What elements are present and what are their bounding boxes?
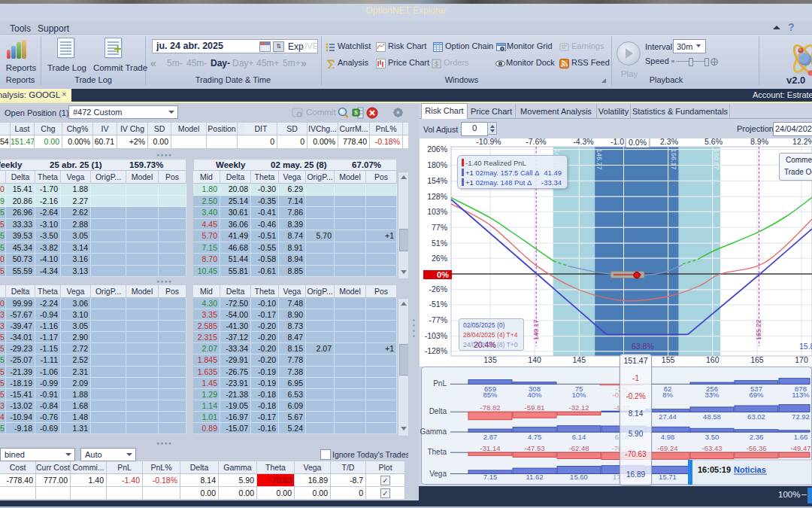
svg-text:-78.82: -78.82 — [480, 403, 501, 412]
svg-text:77%: 77% — [432, 223, 447, 232]
svg-text:2.87: 2.87 — [483, 433, 498, 441]
svg-text:-47.53: -47.53 — [525, 444, 545, 452]
svg-text:135: 135 — [483, 355, 497, 364]
svg-text:5.6%: 5.6% — [704, 138, 723, 146]
svg-text:145: 145 — [573, 355, 586, 364]
svg-text:48.58: 48.58 — [703, 412, 721, 421]
svg-text:-26%: -26% — [429, 284, 447, 294]
svg-text:154%: 154% — [427, 176, 447, 185]
svg-text:15.8%: 15.8% — [799, 342, 812, 351]
svg-text:-51%: -51% — [429, 300, 447, 309]
svg-text:12.2%: 12.2% — [792, 138, 812, 146]
svg-text:-49.47: -49.47 — [791, 444, 811, 452]
svg-text:-32.12: -32.12 — [569, 403, 589, 412]
svg-text:165.22: 165.22 — [755, 319, 762, 340]
svg-text:27.44: 27.44 — [659, 412, 677, 421]
svg-text:146.77: 146.77 — [595, 149, 603, 170]
svg-text:6.14: 6.14 — [572, 433, 586, 441]
svg-text:160: 160 — [706, 355, 720, 364]
svg-text:11.62: 11.62 — [526, 473, 543, 481]
svg-text:156.17: 156.17 — [670, 149, 677, 170]
svg-text:-31.14: -31.14 — [480, 444, 501, 452]
svg-text:-10.9%: -10.9% — [476, 138, 501, 146]
svg-text:Theta: Theta — [427, 448, 447, 456]
svg-text:15.71: 15.71 — [659, 473, 677, 481]
svg-text:2.3%: 2.3% — [660, 138, 678, 146]
svg-text:155: 155 — [662, 355, 675, 364]
svg-text:-7.6%: -7.6% — [526, 138, 546, 146]
svg-text:PnL: PnL — [433, 379, 447, 388]
svg-text:$: $ — [354, 109, 358, 116]
svg-text:113%: 113% — [792, 391, 810, 399]
svg-text:10%: 10% — [571, 391, 586, 399]
svg-text:Vega: Vega — [429, 470, 447, 478]
svg-text:4.98: 4.98 — [661, 433, 675, 441]
svg-text:-128%: -128% — [425, 346, 447, 355]
svg-text:26%: 26% — [432, 254, 447, 263]
svg-text:Noticias: Noticias — [734, 465, 766, 474]
svg-text:-77%: -77% — [429, 315, 447, 324]
svg-text:0.0%: 0.0% — [629, 138, 647, 147]
svg-text:8%: 8% — [662, 391, 673, 399]
svg-text:4.75: 4.75 — [528, 433, 542, 441]
svg-text:40%: 40% — [527, 391, 542, 399]
svg-text:69%: 69% — [749, 391, 764, 399]
svg-text:-4.3%: -4.3% — [573, 138, 593, 146]
svg-text:7.15: 7.15 — [483, 473, 498, 481]
svg-text:63.02: 63.02 — [747, 412, 765, 421]
svg-text:-1.0: -1.0 — [611, 138, 624, 146]
svg-text:160.87: 160.87 — [713, 149, 720, 170]
svg-text:1.66: 1.66 — [794, 433, 808, 441]
svg-text:63.8%: 63.8% — [632, 342, 654, 351]
svg-text:103%: 103% — [427, 207, 447, 216]
svg-text:-62.48: -62.48 — [569, 444, 589, 452]
svg-text:-63.43: -63.43 — [702, 444, 723, 452]
svg-text:206%: 206% — [427, 144, 447, 154]
svg-text:$: $ — [435, 60, 438, 68]
svg-text:165: 165 — [750, 355, 764, 364]
svg-text:33%: 33% — [704, 391, 720, 399]
svg-text:-56.36: -56.36 — [747, 444, 767, 452]
svg-text:8.9%: 8.9% — [750, 138, 768, 146]
svg-text:170: 170 — [795, 355, 808, 364]
svg-text:51%: 51% — [432, 239, 447, 248]
svg-text:-69.24: -69.24 — [658, 444, 678, 452]
svg-text:180%: 180% — [427, 160, 447, 169]
svg-text:85%: 85% — [483, 391, 498, 399]
svg-text:-103%: -103% — [425, 331, 447, 340]
svg-text:15.60: 15.60 — [570, 473, 588, 481]
svg-text:Delta: Delta — [429, 407, 447, 415]
svg-text:2.36: 2.36 — [750, 433, 764, 441]
svg-text:140: 140 — [528, 355, 541, 364]
svg-text:-59.81: -59.81 — [525, 403, 545, 412]
svg-text:128%: 128% — [427, 192, 447, 201]
svg-text:140.17: 140.17 — [532, 319, 540, 340]
svg-text:72.92: 72.92 — [792, 412, 810, 421]
svg-text:16:05:19: 16:05:19 — [698, 465, 731, 474]
svg-text:3.50: 3.50 — [705, 433, 720, 441]
svg-text:Gamma: Gamma — [420, 427, 447, 436]
